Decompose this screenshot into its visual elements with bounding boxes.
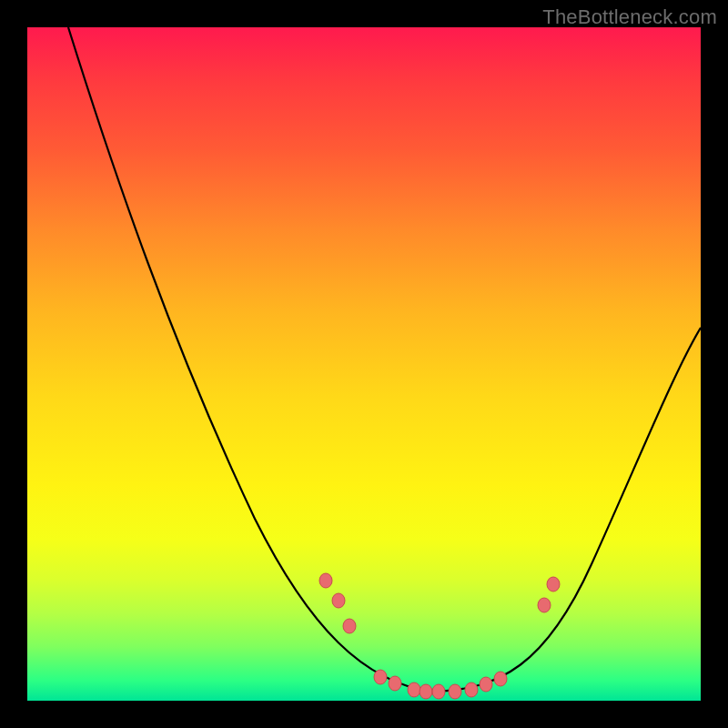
highlight-points-group [319,573,560,699]
highlight-point [332,593,345,608]
highlight-point [319,573,332,588]
chart-overlay [27,27,701,701]
attribution-label: TheBottleneck.com [542,5,717,29]
highlight-point [449,684,461,699]
highlight-point [389,676,401,691]
highlight-point [420,684,432,699]
chart-frame: TheBottleneck.com [0,0,728,728]
highlight-point [547,577,560,592]
highlight-point [538,598,551,612]
highlight-point [374,670,387,684]
highlight-point [408,682,420,697]
highlight-point [480,677,492,692]
highlight-point [432,684,445,699]
highlight-point [343,619,356,633]
highlight-point [494,672,507,686]
bottleneck-curve [68,27,701,692]
plot-area [27,27,701,701]
highlight-point [465,682,478,697]
